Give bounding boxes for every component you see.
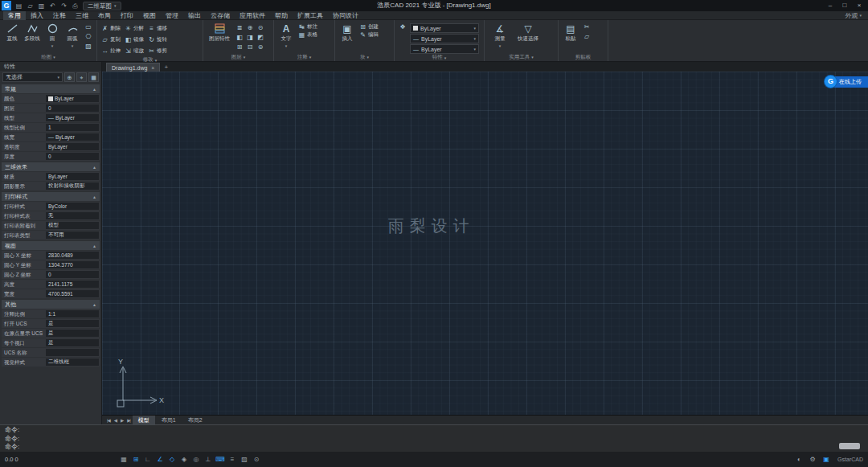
linetype-dropdown[interactable]: — ByLayer ▾ bbox=[410, 34, 479, 43]
property-row-plot-type[interactable]: 打印表类型 不可用 bbox=[2, 231, 100, 240]
property-value[interactable]: 1304.3770 bbox=[45, 260, 100, 269]
tab-express-tools[interactable]: 扩展工具 bbox=[293, 11, 328, 20]
property-value[interactable]: 2141.1175 bbox=[45, 280, 100, 289]
collapse-icon[interactable]: ▲ bbox=[92, 195, 96, 199]
property-row-layer[interactable]: 图层 0 bbox=[2, 104, 100, 113]
isolate-objects-icon[interactable]: ◐ bbox=[793, 454, 805, 465]
property-value[interactable]: 不可用 bbox=[45, 231, 100, 240]
insert-block-button[interactable]: ▣ 插入 bbox=[338, 21, 356, 43]
tab-layout1[interactable]: 布局1 bbox=[156, 416, 182, 424]
explode-button[interactable]: ✳分解 bbox=[124, 23, 145, 34]
property-row-visual-style[interactable]: 视觉样式 二维线框 bbox=[2, 358, 100, 367]
dynamic-ucs-icon[interactable]: ⊥ bbox=[203, 454, 214, 465]
property-row-center-z[interactable]: 圆心 Z 坐标 0 bbox=[2, 270, 100, 279]
dynamic-input-icon[interactable]: ⌨ bbox=[215, 454, 226, 465]
property-value[interactable]: ByLayer bbox=[45, 142, 100, 151]
layer-on-icon[interactable]: ⊕ bbox=[245, 23, 255, 32]
property-value[interactable]: 是 bbox=[45, 338, 100, 347]
scale-button[interactable]: ⇲缩放 bbox=[124, 46, 145, 56]
property-row-center-x[interactable]: 圆心 X 坐标 2830.0489 bbox=[2, 251, 100, 260]
ribbon-group-label-draw[interactable]: 绘图 ▾ bbox=[2, 53, 95, 61]
property-row-ucs-viewport[interactable]: 每个视口 是 bbox=[2, 338, 100, 347]
property-value[interactable]: 是 bbox=[45, 319, 100, 328]
tab-print[interactable]: 打印 bbox=[116, 11, 138, 20]
workspace-switcher[interactable]: 二维草图 ▾ bbox=[83, 2, 121, 10]
edit-block-button[interactable]: ✎编辑 bbox=[358, 31, 379, 39]
property-value[interactable]: 模型 bbox=[45, 221, 100, 230]
collapse-icon[interactable]: ▲ bbox=[92, 244, 96, 248]
property-value[interactable]: 无 bbox=[45, 211, 100, 220]
property-value[interactable]: ByColor bbox=[45, 202, 100, 211]
erase-button[interactable]: ✗删除 bbox=[100, 23, 121, 34]
cloud-upload-badge[interactable]: G 在线上传 bbox=[825, 76, 868, 88]
property-row-plot-table[interactable]: 打印样式表 无 bbox=[2, 211, 100, 220]
tab-annotate[interactable]: 注释 bbox=[48, 11, 71, 20]
property-value[interactable]: 1:1 bbox=[45, 309, 100, 318]
section-plot-style[interactable]: 打印样式 ▲ bbox=[2, 192, 100, 201]
property-value[interactable]: 4700.5591 bbox=[45, 289, 100, 298]
selection-dropdown[interactable]: 无选择 ▾ bbox=[2, 72, 63, 82]
property-row-linetype[interactable]: 线型 —ByLayer bbox=[2, 113, 100, 122]
copy-button[interactable]: ▱复制 bbox=[100, 35, 121, 45]
tab-3d[interactable]: 三维 bbox=[71, 11, 93, 20]
property-row-ucs-origin[interactable]: 在原点显示 UCS 是 bbox=[2, 329, 100, 338]
lineweight-icon[interactable]: ≡ bbox=[227, 454, 238, 465]
object-snap-icon[interactable]: ◇ bbox=[166, 454, 178, 465]
tab-cloud-storage[interactable]: 云存储 bbox=[206, 11, 235, 20]
create-block-button[interactable]: ⊞创建 bbox=[358, 23, 379, 31]
command-resize-grip[interactable] bbox=[839, 443, 860, 449]
fullscreen-icon[interactable]: ▣ bbox=[821, 454, 832, 465]
pick-add-icon[interactable]: ⊕ bbox=[64, 72, 75, 82]
layer-freeze-icon[interactable]: ◧ bbox=[235, 33, 244, 42]
redo-icon[interactable]: ↷ bbox=[59, 1, 69, 11]
gear-icon[interactable]: ⚙ bbox=[807, 454, 818, 465]
print-icon[interactable]: ⎙ bbox=[70, 1, 80, 11]
layer-list-icon[interactable]: ≣ bbox=[235, 23, 244, 32]
property-value[interactable]: 0 bbox=[45, 152, 100, 161]
property-value[interactable]: 2830.0489 bbox=[45, 251, 100, 260]
layer-isolate-icon[interactable]: ⊟ bbox=[245, 43, 255, 51]
new-icon[interactable]: ▤ bbox=[14, 1, 24, 11]
section-misc[interactable]: 其他 ▲ bbox=[2, 300, 100, 309]
object-tracking-icon[interactable]: ◎ bbox=[190, 454, 202, 465]
polyline-button[interactable]: 多段线 bbox=[23, 21, 41, 43]
line-button[interactable]: 直线 bbox=[3, 21, 21, 43]
arc-button[interactable]: 圆弧 ▾ bbox=[63, 21, 81, 48]
section-view[interactable]: 视图 ▲ bbox=[2, 241, 100, 250]
collapse-icon[interactable]: ▲ bbox=[92, 165, 96, 170]
property-row-ucs-name[interactable]: UCS 名称 bbox=[2, 348, 100, 357]
collapse-icon[interactable]: ▲ bbox=[92, 302, 96, 307]
last-layout-icon[interactable]: ▶| bbox=[125, 418, 132, 423]
grid-icon[interactable]: ⊞ bbox=[130, 454, 141, 465]
tab-manage[interactable]: 管理 bbox=[161, 11, 183, 20]
property-row-color[interactable]: 颜色 ByLayer bbox=[2, 94, 100, 103]
next-layout-icon[interactable]: ▶ bbox=[119, 418, 125, 423]
ribbon-group-label-block[interactable]: 块 ▾ bbox=[337, 53, 392, 61]
tab-help[interactable]: 帮助 bbox=[270, 11, 293, 20]
tab-model[interactable]: 模型 bbox=[133, 416, 155, 424]
snap-icon[interactable]: ▦ bbox=[118, 454, 129, 465]
close-icon[interactable]: × bbox=[151, 65, 154, 71]
tab-view[interactable]: 视图 bbox=[138, 11, 161, 20]
layer-properties-button[interactable]: 图层特性 bbox=[207, 21, 232, 43]
tab-layout2[interactable]: 布局2 bbox=[182, 416, 208, 424]
property-row-height[interactable]: 高度 2141.1175 bbox=[2, 280, 100, 289]
ortho-icon[interactable]: ∟ bbox=[142, 454, 154, 465]
close-button[interactable]: × bbox=[852, 0, 866, 11]
property-row-plot-style[interactable]: 打印样式 ByColor bbox=[2, 202, 100, 211]
polygon-icon[interactable]: ⎔ bbox=[84, 32, 93, 41]
ribbon-group-label-properties[interactable]: 特性 ▾ bbox=[396, 54, 482, 61]
property-row-ucs-on[interactable]: 打开 UCS 是 bbox=[2, 319, 100, 328]
mirror-button[interactable]: ◧镜像 bbox=[124, 35, 145, 45]
undo-icon[interactable]: ↶ bbox=[47, 1, 58, 11]
property-value[interactable]: 0 bbox=[45, 270, 100, 279]
property-value[interactable]: 0 bbox=[45, 104, 100, 113]
dimension-button[interactable]: ↹标注 bbox=[297, 23, 318, 31]
trim-button[interactable]: ✂修剪 bbox=[147, 46, 168, 56]
property-row-transparency[interactable]: 透明度 ByLayer bbox=[2, 142, 100, 151]
measure-button[interactable]: ∡ 测量 ▾ bbox=[488, 21, 512, 48]
section-general[interactable]: 常规 ▲ bbox=[2, 84, 100, 93]
property-value[interactable]: 1 bbox=[45, 123, 100, 132]
offset-button[interactable]: ≡偏移 bbox=[147, 23, 168, 34]
collapse-icon[interactable]: ▲ bbox=[92, 87, 96, 92]
